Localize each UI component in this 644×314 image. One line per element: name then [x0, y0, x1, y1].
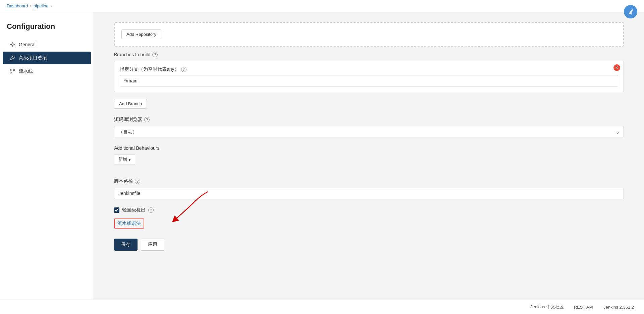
pipeline-syntax-section: 流水线语法 [114, 218, 624, 229]
sidebar: Configuration General 高级项目选项 [0, 12, 94, 313]
add-repository-button[interactable]: Add Repository [121, 29, 161, 39]
pipeline-syntax-link[interactable]: 流水线语法 [117, 221, 141, 226]
script-path-help-icon[interactable]: ? [135, 179, 140, 184]
add-branch-button[interactable]: Add Branch [114, 99, 147, 109]
svg-point-3 [10, 72, 11, 73]
branches-label: Branches to build [114, 52, 150, 57]
source-browser-label: 源码库浏览器 [114, 117, 142, 123]
branches-help-icon[interactable]: ? [152, 52, 158, 57]
repository-section: Add Repository [114, 22, 624, 47]
additional-behaviours-section: Additional Behaviours 新增 ▾ [114, 145, 624, 165]
sidebar-item-advanced-label: 高级项目选项 [19, 55, 47, 61]
new-behaviour-button[interactable]: 新增 ▾ [114, 154, 135, 165]
breadcrumb-dashboard[interactable]: Dashboard [7, 3, 28, 8]
sidebar-item-general[interactable]: General [3, 38, 91, 51]
branch-close-button[interactable]: ✕ [613, 64, 620, 71]
svg-point-2 [13, 69, 15, 71]
additional-behaviours-label: Additional Behaviours [114, 145, 159, 151]
svg-point-0 [12, 44, 13, 46]
sidebar-item-pipeline[interactable]: 流水线 [3, 65, 91, 78]
sidebar-item-advanced[interactable]: 高级项目选项 [3, 52, 91, 64]
footer-rest-api[interactable]: REST API [574, 305, 593, 310]
pipeline-syntax-highlight: 流水线语法 [114, 218, 144, 229]
breadcrumb-pipeline[interactable]: pipeline [34, 3, 49, 8]
source-browser-wrapper: （自动） ⌄ [114, 126, 624, 137]
branch-item: 指定分支（为空时代表any） ? ✕ [114, 61, 624, 92]
sidebar-title: Configuration [0, 19, 94, 38]
branch-specifier-label: 指定分支（为空时代表any） [120, 66, 179, 72]
svg-point-1 [10, 69, 11, 71]
main-content: Add Repository Branches to build ? 指定分支（… [94, 12, 644, 313]
lightweight-label: 轻量级检出 [122, 207, 146, 213]
footer: Jenkins 中文社区 REST API Jenkins 2.361.2 [0, 300, 644, 313]
script-path-section: 脚本路径 ? [114, 178, 624, 199]
apply-button[interactable]: 应用 [141, 239, 164, 251]
source-browser-section: 源码库浏览器 ? （自动） ⌄ [114, 117, 624, 137]
source-browser-help-icon[interactable]: ? [144, 117, 150, 122]
branch-specifier-input[interactable] [120, 75, 618, 86]
sidebar-item-general-label: General [19, 42, 36, 47]
lightweight-checkbox[interactable] [114, 207, 119, 213]
gear-icon [9, 42, 15, 48]
footer-community[interactable]: Jenkins 中文社区 [530, 304, 564, 310]
new-behaviour-label: 新增 [118, 156, 127, 163]
sidebar-item-pipeline-label: 流水线 [19, 68, 33, 74]
breadcrumb: Dashboard › pipeline › [0, 0, 644, 12]
action-buttons: 保存 应用 [114, 239, 624, 251]
branches-section: Branches to build ? 指定分支（为空时代表any） ? ✕ A… [114, 52, 624, 109]
lightweight-help-icon[interactable]: ? [148, 207, 154, 213]
flow-icon [9, 68, 15, 74]
save-button[interactable]: 保存 [114, 239, 138, 251]
branch-specifier-help-icon[interactable]: ? [181, 67, 186, 72]
source-browser-select[interactable]: （自动） [114, 126, 624, 137]
jenkins-logo [624, 5, 637, 19]
dropdown-arrow-icon: ▾ [128, 157, 131, 162]
script-path-input[interactable] [114, 188, 624, 199]
script-path-label: 脚本路径 [114, 178, 133, 184]
footer-version: Jenkins 2.361.2 [603, 305, 634, 310]
wrench-icon [9, 55, 15, 61]
lightweight-row: 轻量级检出 ? [114, 207, 624, 213]
